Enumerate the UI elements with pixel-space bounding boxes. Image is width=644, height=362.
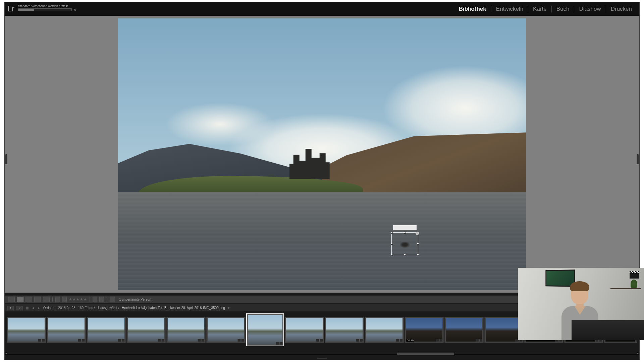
star-icon[interactable]: ★ [84, 297, 87, 302]
webcam-overlay [518, 268, 644, 340]
selected-count: 1 ausgewählt / [98, 306, 119, 310]
thumbnail[interactable] [325, 317, 364, 343]
filmstrip-scrollbar[interactable]: ◄ ► [5, 352, 639, 355]
nav-back-icon[interactable]: ◄ [31, 306, 35, 310]
thumbnail[interactable] [126, 317, 166, 343]
thumb-badge-icon[interactable] [38, 339, 41, 342]
resize-handle-ml[interactable] [391, 243, 393, 245]
resize-handle-br[interactable] [417, 254, 419, 256]
thumb-badge-icon[interactable] [121, 339, 125, 342]
survey-view-button[interactable] [34, 297, 41, 302]
thumbnail[interactable]: 00:19 [405, 317, 444, 343]
video-duration: 00:19 [406, 339, 414, 342]
clapperboard-icon [630, 271, 639, 279]
thumb-badge-icon[interactable] [436, 339, 439, 342]
toolbar-separator [90, 297, 90, 302]
module-tab-diashow[interactable]: Diashow [574, 6, 605, 12]
thumbnail[interactable] [285, 317, 324, 343]
rating-stars[interactable]: ★ ★ ★ ★ ★ [69, 297, 87, 302]
thumb-badge-icon[interactable] [161, 339, 165, 342]
grid-view-button[interactable] [8, 297, 15, 302]
module-tab-buch[interactable]: Buch [551, 6, 574, 12]
monitor-2-button[interactable]: 2 [16, 306, 23, 310]
compare-view-button[interactable] [25, 297, 32, 302]
thumbnail[interactable] [166, 317, 206, 343]
monitor-1-button[interactable]: 1 [7, 306, 14, 310]
thumb-badge-icon[interactable] [276, 342, 279, 345]
module-tab-karte[interactable]: Karte [528, 6, 551, 12]
progress-indicator: Standard-Vorschauen werden erstellt ✕ [18, 4, 72, 11]
nav-grid-icon[interactable]: ▦ [25, 306, 29, 310]
thumb-badge-icon[interactable] [476, 339, 479, 342]
thumb-badge-icon[interactable] [42, 339, 45, 342]
progress-close-icon[interactable]: ✕ [73, 8, 76, 12]
filename-dropdown-icon[interactable]: ▾ [228, 306, 229, 310]
photo-reflection [118, 192, 526, 290]
rotate-cw-button[interactable] [99, 297, 104, 302]
thumb-badge-icon[interactable] [201, 339, 205, 342]
loupe-view-button[interactable] [17, 297, 23, 302]
face-delete-icon[interactable]: ○ [416, 232, 419, 235]
draw-face-button[interactable] [110, 297, 115, 302]
thumb-badge-icon[interactable] [360, 339, 363, 342]
star-icon[interactable]: ★ [80, 297, 83, 302]
nav-fwd-icon[interactable]: ► [37, 306, 41, 310]
thumb-badge-icon[interactable] [320, 339, 323, 342]
thumb-badge-icon[interactable] [439, 339, 443, 342]
loupe-view[interactable]: ○ [5, 16, 639, 293]
thumb-badge-icon[interactable] [198, 339, 201, 342]
thumb-badge-icon[interactable] [82, 339, 85, 342]
module-switcher: BibliothekEntwickelnKarteBuchDiashowDruc… [454, 6, 637, 12]
scroll-track[interactable] [7, 352, 637, 354]
thumb-badge-icon[interactable] [479, 339, 483, 342]
rotate-ccw-button[interactable] [93, 297, 97, 302]
thumb-badge-icon[interactable] [356, 339, 359, 342]
main-photo[interactable]: ○ [118, 18, 526, 290]
flag-reject-button[interactable] [62, 297, 67, 302]
flag-pick-button[interactable] [55, 297, 60, 302]
star-icon[interactable]: ★ [76, 297, 79, 302]
thumb-badge-icon[interactable] [316, 339, 319, 342]
resize-handle-mr[interactable] [417, 243, 419, 245]
bottom-panel-handle[interactable] [317, 358, 327, 359]
thumbnail[interactable] [87, 317, 126, 343]
star-icon[interactable]: ★ [72, 297, 76, 302]
folder-prefix: Ordner : [43, 306, 56, 310]
thumb-badge-icon[interactable] [118, 339, 121, 342]
toolbar-separator [107, 297, 107, 302]
thumbnail[interactable] [246, 313, 284, 346]
thumb-badge-icon[interactable] [241, 339, 245, 342]
thumbnail[interactable] [365, 317, 404, 343]
face-name-input[interactable] [393, 225, 417, 230]
right-panel-handle[interactable] [637, 154, 639, 164]
thumb-badge-icon[interactable] [399, 339, 403, 342]
thumb-badge-icon[interactable] [237, 339, 241, 342]
people-view-button[interactable] [43, 297, 50, 302]
thumb-badge-icon[interactable] [158, 339, 161, 342]
thumb-badge-icon[interactable] [279, 342, 283, 345]
face-bounding-box[interactable]: ○ [391, 232, 418, 255]
module-tab-entwickeln[interactable]: Entwickeln [491, 6, 528, 12]
app-logo: Lr [7, 5, 15, 13]
resize-handle-tm[interactable] [404, 232, 406, 234]
resize-handle-bm[interactable] [404, 254, 406, 256]
resize-handle-bl[interactable] [391, 254, 393, 256]
thumb-badge-icon[interactable] [78, 339, 81, 342]
thumbnail[interactable] [206, 317, 246, 343]
left-panel-handle[interactable] [5, 154, 7, 164]
module-tab-bibliothek[interactable]: Bibliothek [454, 6, 491, 12]
resize-handle-tl[interactable] [391, 232, 393, 234]
thumbnail[interactable] [7, 317, 46, 343]
progress-bar: ✕ [18, 8, 72, 11]
thumbnail[interactable] [47, 317, 86, 343]
face-region[interactable]: ○ [391, 225, 418, 255]
scroll-right-icon[interactable]: ► [636, 352, 639, 355]
thumbnail[interactable] [444, 317, 484, 343]
module-tab-drucken[interactable]: Drucken [606, 6, 637, 12]
folder-name[interactable]: 2018-04-28 [58, 306, 75, 310]
top-bar: Lr Standard-Vorschauen werden erstellt ✕… [5, 2, 639, 16]
thumb-badge-icon[interactable] [396, 339, 399, 342]
current-filename[interactable]: Hochzeit-Ludwigshafen-Full-Benkesser-28.… [122, 306, 225, 310]
star-icon[interactable]: ★ [69, 297, 72, 302]
scroll-handle[interactable] [397, 353, 454, 355]
